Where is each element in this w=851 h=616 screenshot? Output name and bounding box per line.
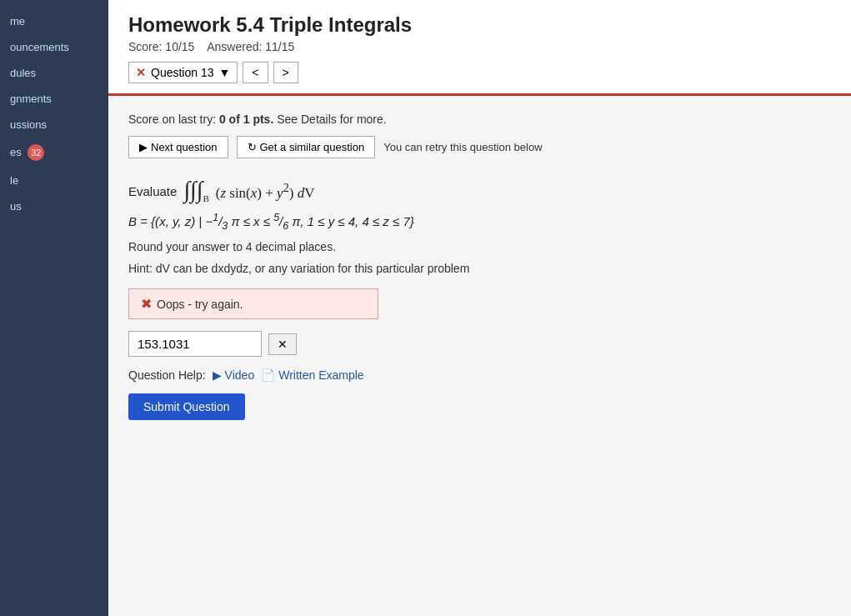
sidebar-label-modules: dules bbox=[10, 67, 36, 79]
x-mark-icon: ✕ bbox=[136, 66, 146, 79]
written-doc-icon: 📄 bbox=[261, 368, 275, 382]
score-notice-score: 0 of 1 pts. bbox=[219, 113, 273, 126]
sidebar-label-us: us bbox=[10, 200, 22, 213]
prev-question-button[interactable]: < bbox=[243, 62, 268, 83]
question-help: Question Help: ▶ Video 📄 Written Example bbox=[128, 368, 831, 382]
refresh-icon: ↻ bbox=[248, 141, 257, 153]
sidebar-label-announcements: ouncements bbox=[10, 41, 69, 53]
grades-badge: 32 bbox=[28, 144, 44, 161]
next-question-label: Next question bbox=[151, 141, 218, 153]
sidebar-label-grades: es bbox=[10, 146, 22, 158]
page-score: Score: 10/15 Answered: 11/15 bbox=[128, 40, 831, 53]
sidebar-item-people[interactable]: le bbox=[0, 168, 108, 193]
video-play-icon: ▶ bbox=[213, 368, 222, 382]
chevron-down-icon: ▼ bbox=[219, 66, 231, 79]
sidebar-label-assignments: gnments bbox=[10, 93, 52, 105]
next-question-button[interactable]: > bbox=[273, 62, 298, 83]
video-label: Video bbox=[225, 368, 255, 382]
answer-row: ✕ bbox=[128, 331, 831, 357]
sidebar-label-discussions: ussions bbox=[10, 118, 47, 131]
math-section: Evaluate ∫∫∫B (z sin(x) + y2) dV B = {(x… bbox=[128, 178, 831, 275]
content-area: Score on last try: 0 of 1 pts. See Detai… bbox=[108, 96, 851, 437]
sidebar-item-modules[interactable]: dules bbox=[0, 60, 108, 86]
question-label: Question 13 bbox=[151, 66, 214, 79]
sidebar-item-assignments[interactable]: gnments bbox=[0, 86, 108, 112]
sidebar-item-grades[interactable]: es 32 bbox=[0, 138, 108, 168]
sidebar-item-announcements[interactable]: ouncements bbox=[0, 34, 108, 60]
answered-label: Answered: bbox=[207, 40, 262, 53]
score-value: 10/15 bbox=[165, 40, 194, 53]
next-question-button[interactable]: ▶ Next question bbox=[128, 136, 228, 158]
error-message: Oops - try again. bbox=[157, 298, 243, 311]
retry-text: You can retry this question below bbox=[383, 141, 542, 153]
sidebar-label-people: le bbox=[10, 174, 18, 187]
sidebar-item-discussions[interactable]: ussions bbox=[0, 112, 108, 138]
page-title: Homework 5.4 Triple Integrals bbox=[128, 13, 831, 37]
submit-question-button[interactable]: Submit Question bbox=[128, 393, 245, 420]
error-box: ✖ Oops - try again. bbox=[128, 288, 378, 319]
set-b-definition: B = {(x, y, z) | −1/3 π ≤ x ≤ 5/6 π, 1 ≤… bbox=[128, 212, 831, 232]
similar-question-label: Get a similar question bbox=[260, 141, 365, 153]
arrow-right-icon: ▶ bbox=[139, 141, 148, 153]
answer-input[interactable] bbox=[128, 331, 262, 357]
score-notice-suffix: See Details for more. bbox=[277, 113, 387, 126]
sidebar: me ouncements dules gnments ussions es 3… bbox=[0, 0, 108, 616]
evaluate-label: Evaluate bbox=[128, 184, 177, 198]
triple-integral-symbol: ∫∫∫B bbox=[183, 178, 208, 203]
score-notice: Score on last try: 0 of 1 pts. See Detai… bbox=[128, 113, 831, 126]
similar-question-button[interactable]: ↻ Get a similar question bbox=[237, 136, 376, 158]
evaluate-line: Evaluate ∫∫∫B (z sin(x) + y2) dV bbox=[128, 178, 831, 203]
score-notice-prefix: Score on last try: bbox=[128, 113, 216, 126]
score-label: Score: bbox=[128, 40, 162, 53]
video-help-link[interactable]: ▶ Video bbox=[213, 368, 255, 382]
action-row: ▶ Next question ↻ Get a similar question… bbox=[128, 136, 831, 158]
sidebar-item-home[interactable]: me bbox=[0, 8, 108, 34]
integral-expression: (z sin(x) + y2) dV bbox=[216, 181, 315, 202]
question-selector[interactable]: ✕ Question 13 ▼ bbox=[128, 62, 238, 83]
written-example-link[interactable]: 📄 Written Example bbox=[261, 368, 363, 382]
round-note: Round your answer to 4 decimal places. bbox=[128, 240, 831, 253]
question-help-label: Question Help: bbox=[128, 368, 206, 382]
error-icon: ✖ bbox=[141, 296, 152, 312]
sidebar-label-home: me bbox=[10, 15, 25, 28]
page-header: Homework 5.4 Triple Integrals Score: 10/… bbox=[108, 0, 851, 96]
sidebar-item-us[interactable]: us bbox=[0, 193, 108, 219]
answered-value: 11/15 bbox=[265, 40, 294, 53]
question-nav: ✕ Question 13 ▼ < > bbox=[128, 62, 831, 93]
clear-answer-button[interactable]: ✕ bbox=[268, 333, 297, 355]
hint-text: Hint: dV can be dxdydz, or any variation… bbox=[128, 262, 831, 275]
main-content: Homework 5.4 Triple Integrals Score: 10/… bbox=[108, 0, 851, 616]
x-clear-icon: ✕ bbox=[278, 338, 288, 351]
written-example-label: Written Example bbox=[278, 368, 363, 382]
